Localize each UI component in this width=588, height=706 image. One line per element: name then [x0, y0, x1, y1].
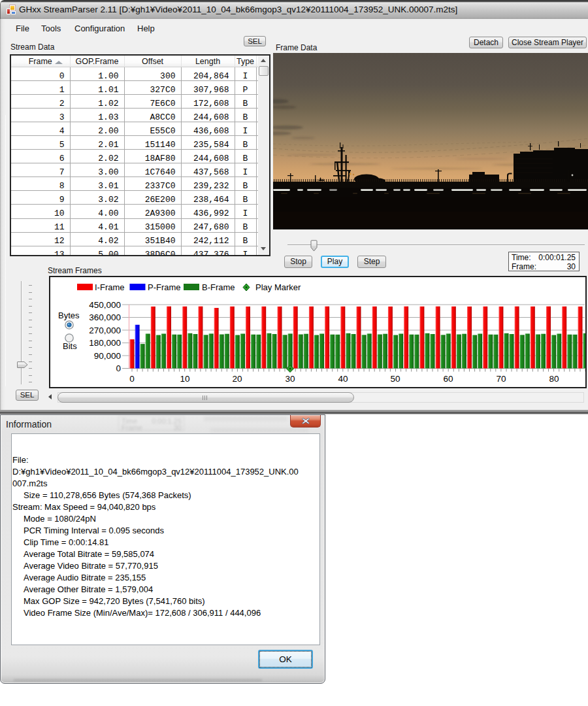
svg-text:20: 20 [232, 374, 242, 384]
svg-text:50: 50 [390, 374, 400, 384]
svg-text:B-Frame: B-Frame [202, 282, 235, 292]
svg-text:0: 0 [116, 363, 121, 373]
svg-text:450,000: 450,000 [89, 300, 121, 310]
svg-text:10: 10 [180, 374, 189, 384]
svg-text:180,000: 180,000 [89, 338, 121, 348]
svg-text:Play Marker: Play Marker [255, 282, 301, 292]
svg-text:30: 30 [285, 374, 295, 384]
svg-text:0: 0 [129, 374, 135, 384]
svg-text:90,000: 90,000 [94, 351, 121, 361]
svg-text:P-Frame: P-Frame [148, 282, 181, 292]
svg-text:80: 80 [549, 374, 559, 384]
svg-text:360,000: 360,000 [89, 312, 121, 322]
svg-text:I-Frame: I-Frame [95, 282, 125, 292]
svg-text:70: 70 [496, 374, 506, 384]
svg-text:Bits: Bits [63, 341, 77, 351]
svg-text:Bytes: Bytes [58, 311, 80, 320]
svg-text:60: 60 [443, 374, 453, 384]
svg-text:270,000: 270,000 [89, 326, 121, 335]
svg-text:40: 40 [338, 374, 348, 384]
